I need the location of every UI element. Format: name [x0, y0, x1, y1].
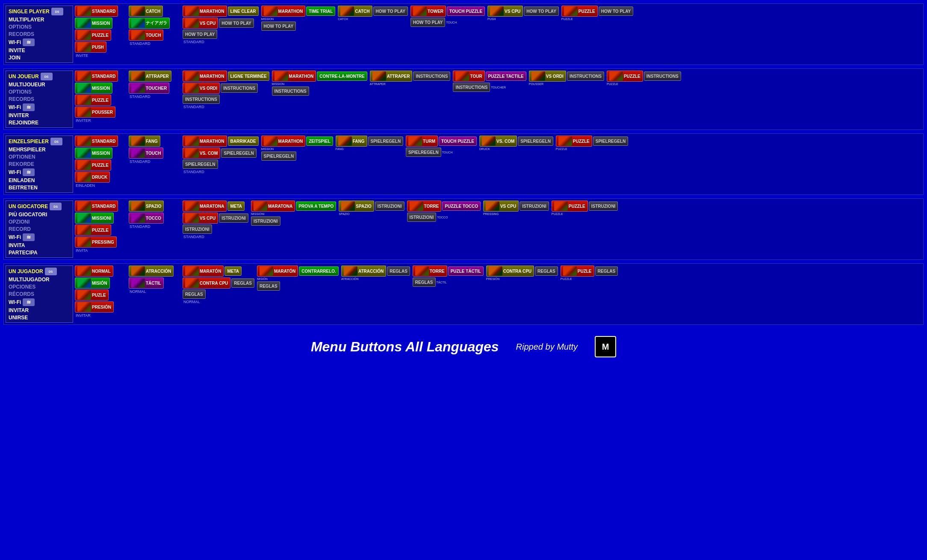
druck-de[interactable]: DRUCK: [75, 171, 110, 183]
standard-fr[interactable]: STANDARD: [75, 71, 118, 82]
standard-it[interactable]: STANDARD: [75, 200, 118, 212]
sidebar-item-wifi-fr[interactable]: WI-Fi≋: [7, 103, 71, 112]
marathon-button[interactable]: MARATHON: [183, 6, 227, 17]
sidebar-item-un-giocatore[interactable]: UN GIOCATORE DS: [7, 202, 71, 211]
mission-fr[interactable]: MISSION: [75, 83, 112, 94]
vsordi-fr[interactable]: VS ORDI: [183, 83, 220, 94]
instructions-tour-fr[interactable]: INSTRUCTIONS: [453, 83, 490, 92]
puzzle-tocco-it[interactable]: PUZZLE TOCCO: [442, 201, 481, 211]
spielregeln-fang-de[interactable]: SPIELREGELN: [368, 136, 404, 146]
puzzle-de[interactable]: PUZZLE: [75, 159, 111, 171]
puzzle-it[interactable]: PUZZLE: [75, 224, 111, 236]
puzzle2-it[interactable]: PUZZLE: [552, 200, 588, 212]
maratona-it[interactable]: MARATONA: [183, 200, 227, 212]
standard-button[interactable]: STANDARD: [75, 6, 118, 17]
puzzle2-fr[interactable]: PUZZLE: [607, 71, 643, 82]
spielregeln-de[interactable]: SPIELREGELN: [221, 148, 257, 158]
sidebar-item-inviter[interactable]: INVITER: [7, 112, 71, 119]
contra-cpu2-es[interactable]: CONTRA CPU: [486, 265, 534, 277]
istruzioni2-it[interactable]: ISTRUZIONI: [183, 224, 212, 234]
sidebar-item-beitreten[interactable]: BEITRETEN: [7, 184, 71, 191]
barrikade-de[interactable]: BARRIKADE: [228, 136, 259, 146]
presion-es[interactable]: PRESIÓN: [75, 301, 114, 312]
instructions-fr[interactable]: INSTRUCTIONS: [221, 83, 258, 93]
sidebar-item-un-joueur[interactable]: UN JOUEUR DS: [7, 72, 71, 81]
instructions-vsordi-fr[interactable]: INSTRUCTIONS: [567, 71, 604, 81]
sidebar-item-optionen[interactable]: OPTIONEN: [7, 153, 71, 160]
maraton-es[interactable]: MARATÓN: [183, 265, 224, 277]
touch-de[interactable]: TOUCH: [129, 147, 163, 159]
marathon-de[interactable]: MARATHON: [183, 136, 227, 147]
sidebar-item-rekorde[interactable]: REKORDE: [7, 161, 71, 168]
howtoplay-vscpu-button[interactable]: HOW TO PLAY: [524, 6, 558, 16]
puzle-es[interactable]: PUZLE: [75, 289, 109, 301]
touchpuzzle-button[interactable]: TOUCH PUZZLE: [447, 6, 485, 16]
mission-de[interactable]: MISSION: [75, 147, 112, 159]
sidebar-item-einzelspieler[interactable]: EINZELSPIELER DS: [7, 137, 71, 146]
instructions3-fr[interactable]: INSTRUCTIONS: [272, 86, 309, 96]
sidebar-item-wifi[interactable]: WI-Fi ≋: [7, 38, 71, 47]
marathon2-fr[interactable]: MARATHON: [272, 71, 316, 82]
sidebar-item-opzioni[interactable]: OPZIONI: [7, 218, 71, 225]
sidebar-item-invita[interactable]: INVITA: [7, 242, 71, 249]
sidebar-item-records-es[interactable]: RÉCORDS: [7, 291, 71, 298]
sidebar-item-unirse[interactable]: UNIRSE: [7, 314, 71, 321]
reglas-es[interactable]: REGLAS: [231, 278, 254, 288]
sidebar-item-partecipa[interactable]: PARTECIPA: [7, 249, 71, 256]
pousser-fr[interactable]: POUSSER: [75, 106, 115, 118]
istruzioni-spazio-it[interactable]: ISTRUZIONI: [375, 201, 404, 211]
istruzioni-it[interactable]: ISTRUZIONI: [219, 213, 248, 223]
tactil-es[interactable]: TÁCTIL: [129, 277, 164, 289]
pressing-it[interactable]: PRESSING: [75, 236, 117, 248]
vscom2-de[interactable]: VS. COM: [479, 136, 517, 147]
spazio-it[interactable]: SPAZIO: [129, 200, 164, 212]
ligne-terminee-fr[interactable]: LIGNE TERMINÉE: [228, 71, 269, 81]
sidebar-item-multijoueur[interactable]: MULTIJOUEUR: [7, 81, 71, 88]
timetrial-button[interactable]: TIME TRIAL: [306, 6, 335, 16]
vscpu-button[interactable]: VS CPU: [183, 18, 218, 29]
sidebar-item-options[interactable]: OPTIONS: [7, 24, 71, 30]
lineclear-button[interactable]: LINE CLEAR: [228, 6, 259, 16]
turm-de[interactable]: TURM: [406, 136, 438, 147]
atraccion2-es[interactable]: ATRACCIÓN: [341, 265, 386, 277]
puzzle-fr[interactable]: PUZZLE: [75, 94, 111, 106]
sidebar-item-un-jugador[interactable]: UN JUGADOR DS: [7, 267, 71, 276]
istruzioni-vscpu-it[interactable]: ISTRUZIONI: [520, 201, 549, 211]
sidebar-item-join[interactable]: JOIN: [7, 54, 71, 61]
normal-es[interactable]: NORMAL: [75, 265, 113, 277]
marathon-fr[interactable]: MARATHON: [183, 71, 227, 82]
sidebar-item-record[interactable]: RECORD: [7, 226, 71, 233]
contre-la-montre-fr[interactable]: CONTRE-LA-MONTRE: [317, 71, 367, 81]
standard-de[interactable]: STANDARD: [75, 136, 118, 147]
sidebar-item-wifi-es[interactable]: WI-Fi≋: [7, 298, 71, 307]
prova-a-tempo-it[interactable]: PROVA A TEMPO: [296, 201, 336, 211]
fang-de[interactable]: FANG: [129, 136, 160, 147]
vscpu2-it[interactable]: VS CPU: [483, 200, 519, 212]
marathon2-de[interactable]: MARATHON: [261, 136, 306, 147]
touches-fr[interactable]: TOUCHER: [129, 83, 169, 94]
tocco-it[interactable]: TOCCO: [129, 212, 164, 224]
reglas-torre-es[interactable]: REGLAS: [413, 277, 436, 287]
spielregeln3-de[interactable]: SPIELREGELN: [261, 151, 297, 161]
reglas2-es[interactable]: REGLAS: [183, 289, 206, 299]
push-button[interactable]: PUSH: [75, 41, 106, 53]
sidebar-item-options-fr[interactable]: OPTIONS: [7, 88, 71, 95]
catch-button[interactable]: CATCH: [129, 6, 163, 17]
sidebar-item-mehrspieler[interactable]: MEHRSPIELER: [7, 146, 71, 153]
maratona2-it[interactable]: MARATONA: [251, 200, 295, 212]
instructions2-fr[interactable]: INSTRUCTIONS: [183, 94, 220, 104]
spielregeln-vscom-de[interactable]: SPIELREGELN: [518, 136, 553, 146]
istruzioni3-it[interactable]: ISTRUZIONI: [251, 216, 280, 226]
fang2-de[interactable]: FANG: [336, 136, 367, 147]
sidebar-item-multiplayer[interactable]: MULTIPLAYER: [7, 16, 71, 23]
howtoplay2-button[interactable]: HOW TO PLAY: [183, 29, 217, 39]
marathon2-button[interactable]: MARATHON: [261, 6, 306, 17]
sidebar-item-records[interactable]: RECORDS: [7, 31, 71, 38]
istruzioni-puzzle-it[interactable]: ISTRUZIONI: [589, 201, 618, 211]
puzle-tactil-es[interactable]: PUZLE TÁCTIL: [448, 266, 484, 276]
sidebar-item-invite[interactable]: INVITE: [7, 47, 71, 54]
sidebar-item-opciones[interactable]: OPCIONES: [7, 283, 71, 290]
instructions-attraper-fr[interactable]: INSTRUCTIONS: [413, 71, 450, 81]
sidebar-item-single-player[interactable]: SINGLE PLAYER DS: [7, 7, 71, 16]
puzzle-button[interactable]: PUZZLE: [75, 29, 111, 41]
